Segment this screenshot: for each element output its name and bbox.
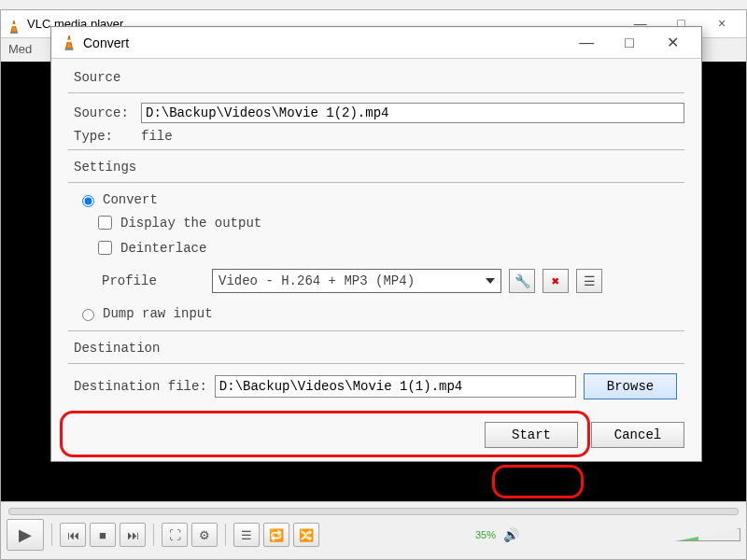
- playlist-button[interactable]: ☰: [233, 523, 260, 547]
- list-icon: ☰: [584, 273, 596, 289]
- cancel-button[interactable]: Cancel: [591, 422, 684, 448]
- dialog-minimize-button[interactable]: —: [567, 31, 606, 55]
- convert-radio[interactable]: [82, 195, 94, 207]
- source-group-label: Source: [68, 70, 684, 89]
- convert-dialog: Convert — □ ✕ Source Source: Type: file …: [50, 26, 702, 462]
- dump-raw-radio[interactable]: [82, 309, 94, 321]
- playback-controls: ▶ ⏮ ■ ⏭ ⛶ ⚙ ☰ 🔁 🔀 35% 🔊: [1, 501, 746, 559]
- destination-group-label: Destination: [68, 341, 684, 359]
- volume-label: 35%: [475, 529, 496, 540]
- convert-radio-label: Convert: [103, 192, 158, 207]
- settings-button[interactable]: ⚙: [191, 523, 218, 547]
- browse-button[interactable]: Browse: [584, 373, 677, 399]
- mute-icon[interactable]: 🔊: [503, 527, 519, 542]
- next-button[interactable]: ⏭: [120, 523, 146, 547]
- type-label: Type:: [74, 129, 141, 144]
- profile-label: Profile: [102, 273, 204, 288]
- cross-icon: ✖: [552, 273, 559, 289]
- settings-group-label: Settings: [68, 160, 684, 178]
- prev-button[interactable]: ⏮: [60, 523, 86, 547]
- svg-rect-5: [67, 39, 72, 41]
- dialog-maximize-button[interactable]: □: [610, 31, 649, 55]
- vlc-cone-icon: [7, 17, 21, 32]
- dump-raw-label: Dump raw input: [103, 306, 213, 321]
- wrench-icon: 🔧: [514, 273, 530, 289]
- edit-profile-button[interactable]: 🔧: [509, 269, 535, 293]
- dialog-titlebar[interactable]: Convert — □ ✕: [51, 27, 701, 59]
- source-input[interactable]: [141, 103, 684, 123]
- source-label: Source:: [74, 105, 141, 120]
- deinterlace-label: Deinterlace: [120, 241, 206, 256]
- new-profile-button[interactable]: ☰: [576, 269, 602, 293]
- vlc-cone-icon: [61, 35, 78, 51]
- svg-rect-4: [65, 48, 74, 49]
- destination-input[interactable]: [215, 375, 576, 398]
- type-value: file: [141, 129, 173, 144]
- fullscreen-button[interactable]: ⛶: [162, 523, 188, 547]
- display-output-label: Display the output: [120, 216, 261, 231]
- profile-combobox[interactable]: Video - H.264 + MP3 (MP4): [212, 269, 501, 293]
- seek-bar[interactable]: [8, 508, 739, 515]
- loop-button[interactable]: 🔁: [263, 523, 289, 547]
- dialog-title-text: Convert: [83, 35, 129, 50]
- start-button[interactable]: Start: [485, 422, 578, 448]
- display-output-checkbox[interactable]: [98, 216, 112, 230]
- destination-label: Destination file:: [74, 379, 207, 394]
- dialog-window-controls: — □ ✕: [567, 30, 692, 55]
- volume-slider[interactable]: [675, 528, 740, 541]
- play-button[interactable]: ▶: [7, 519, 44, 551]
- delete-profile-button[interactable]: ✖: [543, 269, 569, 293]
- main-close-button[interactable]: ×: [703, 12, 740, 35]
- chevron-down-icon: [486, 278, 495, 284]
- shuffle-button[interactable]: 🔀: [293, 523, 319, 547]
- profile-value: Video - H.264 + MP3 (MP4): [218, 273, 415, 288]
- svg-rect-1: [10, 32, 18, 34]
- svg-rect-2: [12, 24, 16, 26]
- dialog-close-button[interactable]: ✕: [653, 30, 692, 54]
- stop-button[interactable]: ■: [90, 523, 116, 547]
- deinterlace-checkbox[interactable]: [98, 241, 112, 255]
